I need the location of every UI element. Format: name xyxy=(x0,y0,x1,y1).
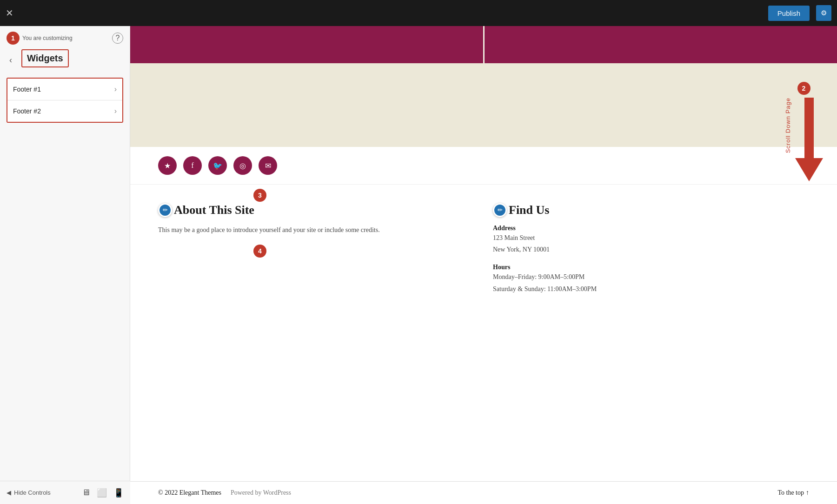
tablet-icon[interactable]: ⬜ xyxy=(97,488,107,498)
hours-line2: Saturday & Sunday: 11:00AM–3:00PM xyxy=(493,283,809,295)
instagram-icon[interactable]: ◎ xyxy=(233,156,252,175)
footer-bottom-bar: © 2022 Elegant Themes Powered by WordPre… xyxy=(130,481,837,504)
to-top-link[interactable]: To the top ↑ xyxy=(777,489,809,497)
sidebar: 1 You are customizing ? ‹ Widgets Footer… xyxy=(0,26,130,504)
annotation-badge-3-wrap: 3 xyxy=(253,189,266,202)
footer-content: ✏ About This Site This may be a good pla… xyxy=(130,185,837,504)
customizing-label: You are customizing xyxy=(22,35,73,41)
sidebar-header: 1 You are customizing ? xyxy=(0,26,130,47)
copyright-text: © 2022 Elegant Themes xyxy=(158,489,221,497)
about-widget-col: ✏ About This Site This may be a good pla… xyxy=(158,203,474,467)
top-bar: ✕ Publish ⚙ xyxy=(0,0,837,26)
back-button[interactable]: ‹ xyxy=(7,54,15,66)
footer-1-label: Footer #1 xyxy=(13,86,41,93)
address-line1: 123 Main Street xyxy=(493,232,809,244)
about-title-row: ✏ About This Site xyxy=(158,203,474,217)
annotation-badge-4: 4 xyxy=(253,245,266,258)
widgets-title: Widgets xyxy=(21,49,69,67)
publish-button[interactable]: Publish xyxy=(768,6,810,21)
arrow-stem xyxy=(804,98,814,158)
hero-banner-right xyxy=(485,26,837,63)
cream-section xyxy=(130,63,837,147)
preview-area: ★ f 🐦 ◎ ✉ ✏ About This Site This may be … xyxy=(130,26,837,504)
widgets-title-row: ‹ Widgets xyxy=(0,47,130,78)
to-top-label: To the top xyxy=(777,489,804,497)
to-top-arrow-icon: ↑ xyxy=(806,489,809,497)
email-icon[interactable]: ✉ xyxy=(259,156,277,175)
footer-2-label: Footer #2 xyxy=(13,107,41,115)
gear-button[interactable]: ⚙ xyxy=(816,5,831,21)
hours-line1: Monday–Friday: 9:00AM–5:00PM xyxy=(493,271,809,283)
address-label: Address xyxy=(493,225,809,232)
help-button[interactable]: ? xyxy=(112,33,123,44)
hero-banner-left xyxy=(130,26,483,63)
main-layout: 1 You are customizing ? ‹ Widgets Footer… xyxy=(0,26,837,504)
scroll-down-text: Scroll Down Page xyxy=(784,98,791,153)
annotation-badge-4-wrap: 4 xyxy=(253,245,266,258)
powered-text: Powered by WordPress xyxy=(231,489,291,497)
about-text: This may be a good place to introduce yo… xyxy=(158,225,474,236)
hide-controls-label: Hide Controls xyxy=(14,489,51,496)
footer-2-item[interactable]: Footer #2 › xyxy=(7,100,122,122)
device-icons: 🖥 ⬜ 📱 xyxy=(82,488,124,498)
hero-row xyxy=(130,26,837,63)
yelp-icon[interactable]: ★ xyxy=(158,156,177,175)
controls-bar: ◀ Hide Controls 🖥 ⬜ 📱 xyxy=(0,481,130,504)
hours-section: Hours Monday–Friday: 9:00AM–5:00PM Satur… xyxy=(493,264,809,294)
find-us-heading: Find Us xyxy=(509,203,549,217)
find-us-title-row: ✏ Find Us xyxy=(493,203,809,217)
about-heading: About This Site xyxy=(174,203,254,217)
scroll-down-annotation: 2 Scroll Down Page xyxy=(784,82,823,181)
edit-about-button[interactable]: ✏ xyxy=(158,203,172,217)
address-section: Address 123 Main Street New York, NY 100… xyxy=(493,225,809,255)
address-line2: New York, NY 10001 xyxy=(493,244,809,255)
edit-find-us-button[interactable]: ✏ xyxy=(493,203,507,217)
footer-widget-list: Footer #1 › Footer #2 › xyxy=(7,78,123,123)
arrow-down-icon xyxy=(795,158,823,181)
twitter-icon[interactable]: 🐦 xyxy=(208,156,227,175)
arrow-left-icon: ◀ xyxy=(7,489,11,496)
phone-icon[interactable]: 📱 xyxy=(113,488,124,498)
desktop-icon[interactable]: 🖥 xyxy=(82,488,90,498)
chevron-right-icon-2: › xyxy=(114,107,117,115)
chevron-right-icon: › xyxy=(114,85,117,93)
social-icons-row: ★ f 🐦 ◎ ✉ xyxy=(130,147,837,185)
hours-label: Hours xyxy=(493,264,809,271)
close-button[interactable]: ✕ xyxy=(6,8,13,18)
annotation-badge-2: 2 xyxy=(797,82,810,95)
footer-1-item[interactable]: Footer #1 › xyxy=(7,79,122,100)
find-us-widget-col: ✏ Find Us Address 123 Main Street New Yo… xyxy=(493,203,809,467)
annotation-badge-3: 3 xyxy=(253,189,266,202)
footer-widgets-row: ✏ About This Site This may be a good pla… xyxy=(130,185,837,481)
hide-controls-button[interactable]: ◀ Hide Controls xyxy=(7,489,51,496)
facebook-icon[interactable]: f xyxy=(183,156,202,175)
annotation-badge-1: 1 xyxy=(7,32,20,45)
